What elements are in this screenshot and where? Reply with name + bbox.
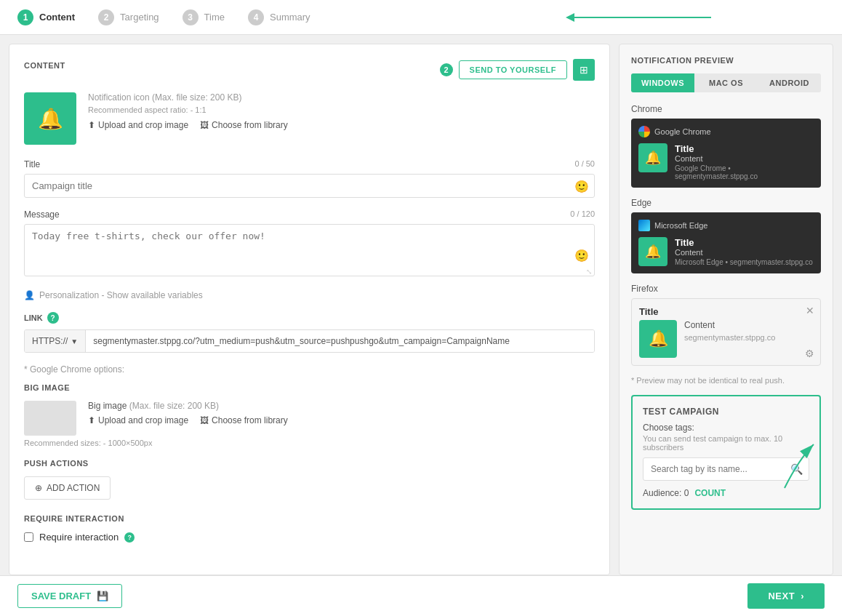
tab-macos[interactable]: MAC OS (694, 73, 758, 92)
chrome-logo-icon (638, 126, 650, 137)
firefox-gear-icon[interactable]: ⚙ (805, 348, 814, 359)
edge-logo-icon (638, 220, 650, 231)
firefox-preview-source: segmentymaster.stppg.co (684, 333, 775, 342)
link-label-row: LINK ? (24, 312, 595, 324)
step-num-3: 3 (183, 9, 199, 25)
chrome-header: Google Chrome (638, 126, 814, 137)
big-img-upload-link[interactable]: ⬆ Upload and crop image (88, 415, 188, 425)
big-upload-label: Upload and crop image (98, 415, 188, 425)
icon-upload-info: Notification icon (Max. file size: 200 K… (88, 92, 595, 130)
library-link[interactable]: 🖼 Choose from library (200, 120, 288, 130)
title-emoji-icon[interactable]: 🙂 (574, 179, 589, 193)
edge-preview-title: Title (675, 237, 813, 248)
recommended-size: Recommended sizes: - 1000×500px (24, 439, 595, 447)
step-label-time: Time (204, 12, 225, 23)
resize-handle[interactable]: ⤡ (586, 268, 592, 276)
content-header: CONTENT 2 SEND TO YOURSELF ⊞ (24, 59, 595, 81)
firefox-preview-content: Content (684, 320, 775, 330)
step-num-4: 4 (248, 9, 264, 25)
require-interaction-checkbox[interactable] (24, 532, 33, 542)
big-image-label-text: Big image (88, 401, 127, 411)
big-img-info: Big image (Max. file size: 200 KB) ⬆ Upl… (88, 401, 595, 425)
library-label: Choose from library (212, 120, 288, 130)
main-layout: CONTENT 2 SEND TO YOURSELF ⊞ 🔔 Notificat… (0, 35, 842, 575)
chrome-preview-source: Google Chrome • segmentymaster.stppg.co (675, 164, 814, 180)
step-num-1: 1 (17, 9, 33, 25)
message-count: 0 / 120 (570, 209, 595, 220)
require-interaction-section: REQUIRE INTERACTION Require interaction … (24, 514, 595, 543)
push-actions-section: PUSH ACTIONS ⊕ ADD ACTION (24, 459, 595, 500)
message-emoji-icon[interactable]: 🙂 (574, 249, 589, 263)
title-input-wrapper: 🙂 (24, 174, 595, 198)
add-action-button[interactable]: ⊕ ADD ACTION (24, 476, 111, 500)
link-url-input[interactable] (86, 330, 594, 352)
require-help-badge[interactable]: ? (124, 532, 135, 543)
content-panel: CONTENT 2 SEND TO YOURSELF ⊞ 🔔 Notificat… (9, 44, 610, 575)
message-label: Message (24, 209, 60, 220)
big-img-preview (24, 401, 76, 436)
upload-crop-link[interactable]: ⬆ Upload and crop image (88, 120, 188, 130)
nav-step-summary[interactable]: 4 Summary (248, 9, 310, 25)
icon-preview: 🔔 (24, 92, 76, 145)
big-img-library-link[interactable]: 🖼 Choose from library (200, 415, 288, 425)
protocol-dropdown[interactable]: HTTPS:// ▼ (25, 330, 86, 352)
nav-step-content[interactable]: 1 Content (17, 9, 75, 25)
chrome-preview: Google Chrome 🔔 Title Content Google Chr… (631, 119, 821, 188)
big-upload-icon: ⬆ (88, 415, 95, 425)
upload-actions: ⬆ Upload and crop image 🖼 Choose from li… (88, 120, 595, 130)
content-section-title: CONTENT (24, 61, 65, 70)
next-button[interactable]: NEXT › (747, 583, 825, 609)
step-label-content: Content (39, 12, 75, 23)
next-arrow-icon: › (801, 591, 804, 601)
firefox-bell-icon: 🔔 (649, 329, 668, 348)
person-icon: 👤 (24, 290, 35, 300)
nav-step-time[interactable]: 3 Time (183, 9, 225, 25)
big-library-label: Choose from library (212, 415, 288, 425)
tab-windows[interactable]: WINDOWS (631, 73, 694, 92)
personalization-label: Personalization - Show available variabl… (39, 290, 203, 300)
firefox-body: 🔔 Content segmentymaster.stppg.co (639, 320, 813, 358)
content-icon-button[interactable]: ⊞ (573, 59, 595, 81)
save-draft-button[interactable]: SAVE DRAFT 💾 (17, 584, 122, 608)
tab-windows-label: WINDOWS (641, 79, 684, 87)
chrome-card-body: 🔔 Title Content Google Chrome • segmenty… (638, 143, 814, 180)
tab-android[interactable]: ANDROID (758, 73, 821, 92)
edge-name: Microsoft Edge (654, 221, 707, 230)
message-field-group: Message 0 / 120 🙂 ⤡ (24, 209, 595, 279)
big-image-section: BIG IMAGE Big image (Max. file size: 200… (24, 383, 595, 447)
send-to-yourself-button[interactable]: SEND TO YOURSELF (459, 60, 567, 79)
link-help-badge[interactable]: ? (47, 312, 59, 324)
title-label-row: Title 0 / 50 (24, 159, 595, 169)
personalization-link[interactable]: 👤 Personalization - Show available varia… (24, 290, 595, 300)
push-actions-title: PUSH ACTIONS (24, 459, 595, 468)
firefox-close-icon[interactable]: ✕ (806, 305, 814, 316)
message-textarea[interactable] (24, 224, 595, 276)
title-count: 0 / 50 (574, 159, 595, 169)
firefox-preview-title: Title (639, 306, 813, 317)
message-label-row: Message 0 / 120 (24, 209, 595, 220)
message-textarea-wrapper: 🙂 ⤡ (24, 224, 595, 279)
title-field-group: Title 0 / 50 🙂 (24, 159, 595, 198)
require-interaction-title: REQUIRE INTERACTION (24, 514, 595, 523)
bottom-bar: SAVE DRAFT 💾 NEXT › (0, 575, 842, 616)
step-num-2: 2 (98, 9, 114, 25)
test-title: TEST CAMPAIGN (643, 407, 809, 417)
firefox-preview-icon: 🔔 (639, 320, 677, 358)
grid-icon: ⊞ (580, 64, 588, 76)
add-action-label: ADD ACTION (47, 483, 100, 493)
notif-icon-size: (Max. file size: 200 KB) (152, 92, 241, 103)
nav-step-targeting[interactable]: 2 Targeting (98, 9, 159, 25)
edge-preview: Microsoft Edge 🔔 Title Content Microsoft… (631, 212, 821, 273)
upload-label: Upload and crop image (98, 120, 188, 130)
edge-header: Microsoft Edge (638, 220, 814, 231)
chrome-preview-title: Title (675, 143, 814, 154)
bell-icon: 🔔 (38, 107, 63, 131)
arrow-svg (741, 430, 828, 503)
big-img-label: Big image (Max. file size: 200 KB) (88, 401, 595, 411)
count-button[interactable]: COUNT (694, 488, 726, 498)
title-input[interactable] (24, 174, 595, 198)
edge-preview-text: Title Content Microsoft Edge • segmentym… (675, 237, 813, 266)
tab-android-label: ANDROID (769, 79, 809, 87)
icon-upload-row: 🔔 Notification icon (Max. file size: 200… (24, 92, 595, 145)
protocol-text: HTTPS:// (32, 336, 68, 346)
